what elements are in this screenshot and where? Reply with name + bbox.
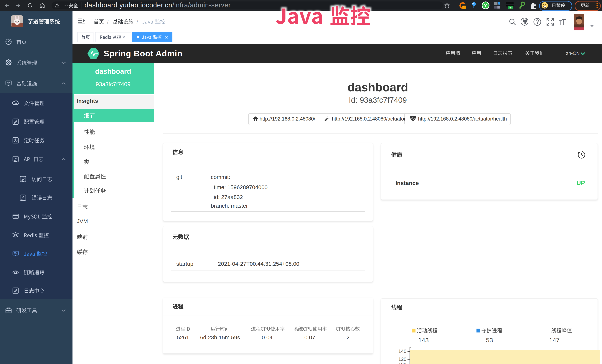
svg-text:on: on — [509, 6, 512, 9]
svg-text:1: 1 — [463, 6, 465, 9]
